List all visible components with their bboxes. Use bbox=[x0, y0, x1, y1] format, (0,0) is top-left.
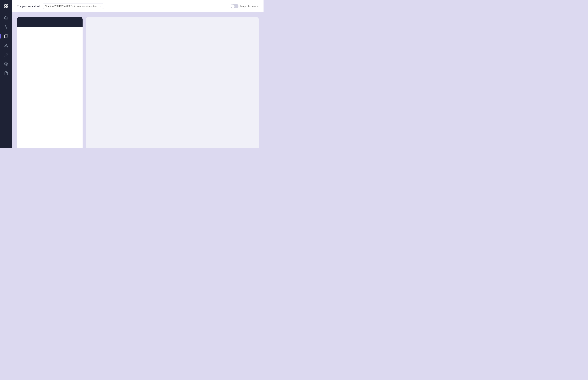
svg-line-11 bbox=[6, 45, 7, 46]
version-label: Version 20241204-0927-dichotomic-absorpt… bbox=[45, 5, 97, 8]
svg-rect-0 bbox=[5, 5, 6, 6]
sidebar-item-tools[interactable] bbox=[2, 51, 10, 59]
chat-body bbox=[17, 27, 83, 148]
svg-rect-2 bbox=[5, 7, 6, 8]
svg-point-7 bbox=[6, 44, 7, 45]
sidebar-item-analytics[interactable] bbox=[2, 23, 10, 31]
inspector-panel: No flow is currently active Type a messa… bbox=[86, 17, 259, 148]
svg-rect-3 bbox=[7, 7, 8, 8]
inspector-mode-toggle[interactable]: Inspector mode bbox=[231, 4, 259, 8]
main-area: Try your assistant Version 20241204-0927… bbox=[12, 0, 264, 148]
sidebar-nav bbox=[2, 14, 10, 148]
sidebar-item-bot[interactable] bbox=[2, 14, 10, 22]
version-dropdown[interactable]: Version 20241204-0927-dichotomic-absorpt… bbox=[43, 3, 104, 9]
chevron-down-icon bbox=[99, 5, 102, 8]
sidebar: KK bbox=[0, 0, 12, 148]
inspector-mode-label: Inspector mode bbox=[240, 5, 259, 8]
sidebar-item-documents[interactable] bbox=[2, 70, 10, 77]
sidebar-item-conversations[interactable] bbox=[2, 60, 10, 68]
svg-point-5 bbox=[5, 18, 6, 18]
svg-line-10 bbox=[5, 45, 6, 46]
content-area: No flow is currently active Type a messa… bbox=[12, 12, 264, 148]
chat-panel bbox=[17, 17, 83, 148]
svg-rect-4 bbox=[5, 17, 8, 19]
svg-point-6 bbox=[7, 18, 7, 18]
sidebar-item-flows[interactable] bbox=[2, 42, 10, 49]
chat-header bbox=[17, 17, 83, 27]
page-title: Try your assistant bbox=[17, 4, 40, 8]
sidebar-item-chat[interactable] bbox=[2, 32, 10, 40]
header: Try your assistant Version 20241204-0927… bbox=[12, 0, 264, 12]
svg-rect-1 bbox=[7, 5, 8, 6]
toggle-switch[interactable] bbox=[231, 4, 238, 8]
sidebar-logo[interactable] bbox=[2, 2, 10, 10]
